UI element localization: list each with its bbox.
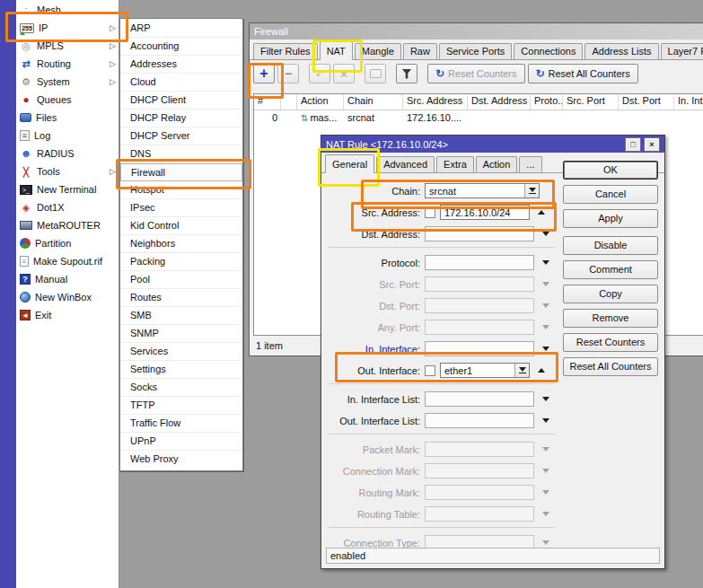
submenu-item-ipsec[interactable]: IPsec — [120, 199, 242, 217]
dropdown-arrow-icon[interactable] — [542, 347, 549, 351]
field-input-connection-mark[interactable] — [425, 463, 534, 478]
dropdown-list-icon[interactable] — [524, 184, 539, 197]
dropdown-arrow-icon[interactable] — [542, 418, 549, 423]
column-header-proto[interactable]: Proto... — [531, 94, 563, 110]
sidebar-item-ip[interactable]: IP▷ — [16, 19, 119, 37]
sidebar-item-partition[interactable]: Partition — [16, 234, 119, 252]
submenu-item-socks[interactable]: Socks — [120, 379, 242, 397]
column-header-src-port[interactable]: Src. Port — [563, 94, 619, 110]
submenu-item-cloud[interactable]: Cloud — [120, 74, 242, 92]
add-button[interactable]: + — [253, 64, 275, 83]
sidebar-item-routing[interactable]: Routing▷ — [16, 55, 119, 73]
cancel-button[interactable]: Cancel — [563, 185, 658, 204]
apply-button[interactable]: Apply — [563, 209, 658, 228]
submenu-item-pool[interactable]: Pool — [120, 271, 242, 289]
dropdown-arrow-icon[interactable] — [542, 512, 549, 516]
ok-button[interactable]: OK — [563, 161, 658, 180]
sidebar-item-make-supout-rif[interactable]: Make Supout.rif — [16, 252, 119, 270]
column-header-chain[interactable]: Chain — [344, 94, 403, 110]
copy-button[interactable]: Copy — [563, 285, 658, 303]
sidebar-item-queues[interactable]: Queues — [16, 91, 119, 109]
submenu-item-firewall[interactable]: Firewall — [120, 163, 242, 181]
sidebar-item-radius[interactable]: RADIUS — [16, 145, 119, 162]
submenu-item-addresses[interactable]: Addresses — [120, 56, 242, 74]
field-input-routing-mark[interactable] — [425, 485, 534, 500]
sidebar-item-mesh[interactable]: Mesh — [16, 1, 119, 19]
tab-raw[interactable]: Raw — [403, 43, 437, 59]
submenu-item-traffic-flow[interactable]: Traffic Flow — [120, 415, 242, 433]
tab-mangle[interactable]: Mangle — [355, 43, 401, 59]
field-input-dst-address[interactable] — [425, 226, 534, 241]
tab-service-ports[interactable]: Service Ports — [439, 43, 512, 59]
submenu-item-kid-control[interactable]: Kid Control — [120, 217, 242, 235]
field-input-dst-port[interactable] — [425, 298, 534, 313]
column-header-flag[interactable] — [281, 94, 297, 110]
remove-button[interactable]: − — [277, 64, 299, 83]
dropdown-arrow-icon[interactable] — [542, 232, 549, 236]
column-header-[interactable]: # — [254, 94, 281, 110]
enable-button[interactable]: ✓ — [309, 64, 330, 83]
filter-button[interactable] — [396, 64, 417, 83]
dialog-tab-action[interactable]: Action — [476, 156, 518, 172]
dropdown-arrow-icon[interactable] — [542, 325, 549, 329]
reset-counters-button[interactable]: Reset Counters — [563, 333, 658, 352]
submenu-item-arp[interactable]: ARP — [120, 20, 242, 38]
submenu-item-smb[interactable]: SMB — [120, 307, 242, 325]
reset-all-counters-button[interactable]: Reset All Counters — [563, 357, 658, 376]
field-input-src-address[interactable]: 172.16.10.0/24 — [440, 205, 530, 220]
submenu-item-settings[interactable]: Settings — [120, 361, 242, 379]
dropdown-arrow-icon[interactable] — [542, 490, 549, 495]
column-header-dst-port[interactable]: Dst. Port — [619, 94, 674, 110]
submenu-item-web-proxy[interactable]: Web Proxy — [120, 451, 242, 469]
column-header-dst-address[interactable]: Dst. Address — [468, 94, 531, 110]
sidebar-item-log[interactable]: Log — [16, 127, 119, 145]
field-label-in-interface[interactable]: In. Interface: — [327, 344, 425, 355]
dialog-tab-extra[interactable]: Extra — [436, 156, 474, 172]
submenu-item-dns[interactable]: DNS — [120, 145, 242, 163]
dialog-tab-advanced[interactable]: Advanced — [376, 156, 435, 172]
tab-address-lists[interactable]: Address Lists — [584, 43, 658, 59]
field-input-protocol[interactable] — [425, 255, 534, 270]
sidebar-item-tools[interactable]: Tools▷ — [16, 162, 119, 180]
tab-filter-rules[interactable]: Filter Rules — [253, 43, 318, 59]
sidebar-item-manual[interactable]: Manual — [16, 270, 119, 288]
sidebar-item-metarouter[interactable]: MetaROUTER — [16, 216, 119, 234]
reset-all-counters-button[interactable]: ↻Reset All Counters — [528, 64, 638, 83]
dropdown-arrow-icon[interactable] — [542, 540, 549, 545]
tab-layer7-protocols[interactable]: Layer7 Protocols — [661, 43, 703, 59]
firewall-titlebar[interactable]: Firewall — [250, 23, 703, 39]
submenu-item-snmp[interactable]: SNMP — [120, 325, 242, 343]
comment-button[interactable]: Comment — [563, 260, 658, 279]
dialog-tab-general[interactable]: General — [325, 154, 374, 173]
comment-button[interactable] — [365, 64, 386, 83]
field-input-packet-mark[interactable] — [425, 442, 534, 457]
column-header-action[interactable]: Action — [297, 94, 344, 110]
submenu-item-services[interactable]: Services — [120, 343, 242, 361]
maximize-icon[interactable]: □ — [625, 137, 641, 152]
collapse-arrow-icon[interactable] — [538, 210, 545, 215]
field-input-in-interface-list[interactable] — [425, 391, 534, 407]
reset-counters-button[interactable]: ↻Reset Counters — [427, 64, 525, 83]
field-input-in-interface[interactable] — [425, 341, 534, 356]
negate-checkbox[interactable] — [425, 365, 435, 376]
dialog-tab-[interactable]: ... — [519, 156, 541, 172]
submenu-item-neighbors[interactable]: Neighbors — [120, 235, 242, 253]
nat-dialog-titlebar[interactable]: NAT Rule <172.16.10.0/24> □ × — [321, 136, 664, 153]
sidebar-item-mpls[interactable]: MPLS▷ — [16, 37, 119, 55]
submenu-item-tftp[interactable]: TFTP — [120, 397, 242, 415]
disable-button[interactable]: × — [333, 64, 355, 83]
submenu-item-hotspot[interactable]: Hotspot — [120, 181, 242, 199]
field-input-routing-table[interactable] — [425, 506, 534, 522]
field-input-src-port[interactable] — [425, 276, 534, 292]
dropdown-arrow-icon[interactable] — [542, 260, 549, 265]
tab-connections[interactable]: Connections — [514, 43, 583, 59]
dropdown-arrow-icon[interactable] — [542, 469, 549, 473]
field-input-chain[interactable]: srcnat — [425, 183, 540, 198]
collapse-arrow-icon[interactable] — [538, 368, 545, 373]
submenu-item-accounting[interactable]: Accounting — [120, 38, 242, 56]
tab-nat[interactable]: NAT — [320, 41, 353, 60]
dropdown-arrow-icon[interactable] — [542, 397, 549, 401]
dropdown-arrow-icon[interactable] — [542, 282, 549, 286]
field-input-out-interface[interactable]: ether1 — [440, 363, 530, 378]
disable-button[interactable]: Disable — [563, 236, 658, 255]
